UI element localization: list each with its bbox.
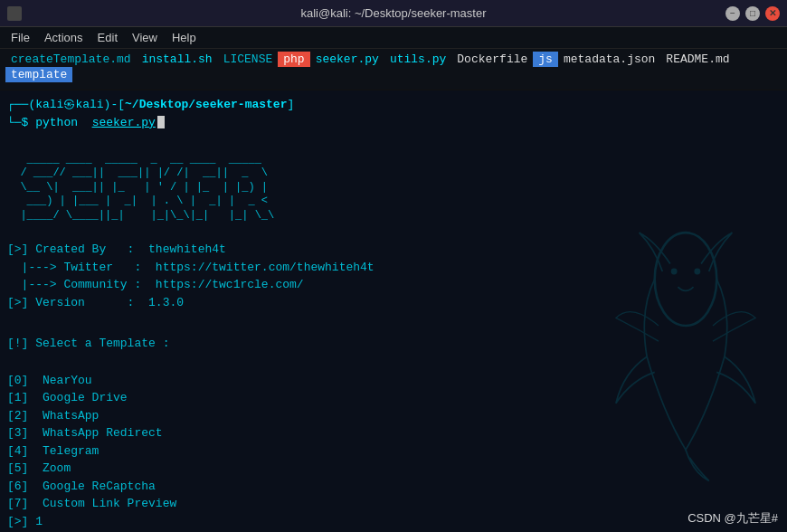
blank-line2 [7,354,780,372]
file-createtemplate[interactable]: createTemplate.md [5,52,137,67]
template-5: [5] Zoom [7,460,780,478]
file-dockerfile[interactable]: Dockerfile [451,52,533,67]
info-twitter: |---> Twitter : https://twitter.com/thew… [7,259,780,277]
menu-actions[interactable]: Actions [37,29,90,46]
select-template-prompt: [!] Select a Template : [7,335,780,353]
file-license[interactable]: LICENSE [218,52,279,67]
info-community: |---> Community : https://twc1rcle.com/ [7,276,780,294]
minimize-button[interactable]: − [725,6,740,21]
template-1: [1] Google Drive [7,389,780,407]
watermark: CSDN @九芒星# [687,510,778,527]
file-readme[interactable]: README.md [660,52,735,67]
ascii-art-seeker: _____ ____ _____ _ __ ____ _____ / ___//… [7,138,780,237]
file-php[interactable]: php [278,52,309,67]
prompt-path: ┌──(kali㉿kali)-[~/Desktop/seeker-master] [7,96,780,114]
menu-help[interactable]: Help [165,29,204,46]
file-seeker[interactable]: seeker.py [310,52,384,67]
template-2: [2] WhatsApp [7,407,780,425]
menu-file[interactable]: File [4,29,37,46]
titlebar-title: kali@kali: ~/Desktop/seeker-master [300,6,486,20]
titlebar: kali@kali: ~/Desktop/seeker-master − □ ✕ [0,0,787,27]
user-input-1: [>] 1 [7,513,780,531]
info-created: [>] Created By : thewhiteh4t [7,241,780,259]
template-0: [0] NearYou [7,372,780,390]
close-button[interactable]: ✕ [765,6,780,21]
info-version: [>] Version : 1.3.0 [7,294,780,312]
blank-line [7,317,780,335]
template-7: [7] Custom Link Preview [7,495,780,513]
file-template[interactable]: template [5,67,72,82]
template-3: [3] WhatsApp Redirect [7,424,780,442]
menu-edit[interactable]: Edit [90,29,125,46]
template-6: [6] Google ReCaptcha [7,478,780,496]
terminal-icon [7,6,22,21]
menubar: File Actions Edit View Help [0,27,787,49]
terminal[interactable]: ┌──(kali㉿kali)-[~/Desktop/seeker-master]… [0,90,787,532]
filebar: createTemplate.md install.sh LICENSE php… [0,49,787,90]
file-js[interactable]: js [533,52,558,67]
menu-view[interactable]: View [125,29,165,46]
file-install[interactable]: install.sh [137,52,218,67]
file-metadata[interactable]: metadata.json [558,52,660,67]
window-controls[interactable]: − □ ✕ [725,6,780,21]
file-utils[interactable]: utils.py [384,52,451,67]
template-4: [4] Telegram [7,442,780,461]
prompt-command: └─$ python seeker.py [7,114,780,132]
maximize-button[interactable]: □ [745,6,760,21]
